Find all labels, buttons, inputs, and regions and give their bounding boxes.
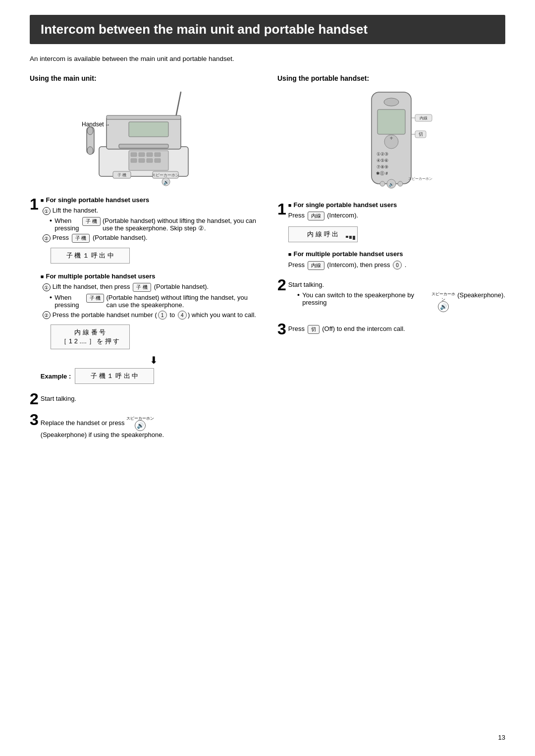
speakerphone-text: (Speakerphone). — [457, 291, 505, 299]
subsection1-list2: ② Press 子 機 (Portable handset). — [41, 234, 258, 243]
left-step1: 1 For single portable handset users ① Li… — [30, 196, 258, 384]
intercom-text-1: (Intercom). — [327, 212, 358, 219]
example-line: Example : 子 機 １ 呼 出 中 — [41, 368, 258, 384]
right-column: Using the portable handset: + ①②③ ④⑤⑥ — [277, 74, 505, 342]
right-section-title: Using the portable handset: — [277, 74, 505, 82]
display-box-naisen: 内 線 番 号 ［ 1 2 .... ］ を 押 す — [51, 324, 130, 349]
svg-rect-12 — [155, 153, 160, 157]
switch-text: You can switch to the speakerphone by pr… — [302, 291, 429, 306]
right-step2-bullet: You can switch to the speakerphone by pr… — [297, 291, 505, 312]
bullet-item-1: When pressing 子 機 (Portable handset) wit… — [50, 217, 258, 232]
right-step3-text2: (Off) to end the intercom call. — [322, 325, 405, 332]
naisen-key-2: 内線 — [308, 261, 324, 270]
item-text-2: Press 子 機 (Portable handset). — [53, 234, 148, 243]
right-step3: 3 Press 切 (Off) to end the intercom call… — [277, 321, 505, 337]
step1-content: For single portable handset users ① Lift… — [41, 196, 258, 384]
svg-rect-9 — [131, 153, 137, 157]
svg-text:スピーカーホン: スピーカーホン — [408, 177, 432, 180]
fax-machine-illustration: 子 機 スピーカーホン 🔊 Handset → — [79, 87, 208, 191]
handset-arrow-icon: → — [105, 122, 110, 127]
display-line1: 内 線 番 号 — [58, 328, 122, 337]
svg-text:④⑤⑥: ④⑤⑥ — [376, 158, 388, 163]
right-step2-number: 2 — [277, 277, 286, 293]
svg-point-43 — [398, 181, 403, 186]
svg-text:+: + — [389, 135, 393, 142]
period-text: . — [405, 261, 407, 269]
example-label: Example : — [41, 373, 71, 380]
svg-rect-16 — [155, 159, 160, 162]
svg-rect-11 — [147, 153, 153, 157]
svg-text:子 機: 子 機 — [117, 173, 126, 177]
svg-rect-14 — [139, 159, 145, 162]
right-step1-number: 1 — [277, 201, 286, 217]
svg-text:切: 切 — [419, 132, 423, 137]
kogata-key-2: 子 機 — [72, 234, 90, 243]
kogata-key-3: 子 機 — [133, 283, 151, 292]
svg-rect-13 — [131, 159, 137, 162]
step3-text: Replace the handset or press — [41, 419, 125, 427]
kogata-key-badge: 子 機 — [82, 217, 101, 226]
signal-indicator — [346, 236, 355, 240]
speakerphone-icon-right: 🔊 — [438, 301, 449, 312]
right-step3-number: 3 — [277, 321, 286, 337]
page-number: 13 — [498, 734, 505, 741]
left-step3: 3 Replace the handset or press スピーカーホン 🔊… — [30, 412, 258, 438]
item-text-4: Press the portable handset number (1 to … — [53, 311, 256, 320]
svg-text:✱⓪＃: ✱⓪＃ — [376, 171, 389, 176]
svg-rect-15 — [147, 159, 153, 162]
step3-text2: (Speakerphone) if using the speakerphone… — [41, 431, 164, 438]
list-item: ① Lift the handset. — [43, 207, 258, 215]
right-step1-content: For single portable handset users Press … — [288, 201, 505, 270]
right-step1: 1 For single portable handset users Pres… — [277, 201, 505, 270]
intercom-text-2: (Intercom), then press — [327, 261, 390, 269]
step3-number: 3 — [30, 412, 39, 428]
handset-label: Handset → — [82, 121, 110, 128]
svg-text:🔊: 🔊 — [163, 179, 169, 185]
right-step3-text: Press — [288, 325, 305, 332]
right-sub2-text: Press 内線 (Intercom), then press 0 . — [288, 261, 505, 270]
naisen-key-1: 内線 — [308, 212, 324, 220]
kiri-key: 切 — [308, 325, 320, 334]
svg-text:内線: 内線 — [420, 116, 428, 120]
svg-text:⑦⑧⑨: ⑦⑧⑨ — [376, 164, 388, 169]
left-section-title: Using the main unit: — [30, 74, 258, 82]
naisen-display-text: 内 線 呼 出 — [307, 230, 338, 238]
item-text: Lift the handset. — [53, 207, 99, 214]
svg-rect-3 — [129, 122, 168, 137]
right-step3-content: Press 切 (Off) to end the intercom call. — [288, 321, 405, 334]
svg-point-26 — [384, 98, 399, 106]
left-column: Using the main unit: — [30, 74, 258, 443]
press-text-2: Press — [288, 261, 305, 269]
step2-text: Start talking. — [41, 391, 76, 402]
step2-number: 2 — [30, 391, 39, 407]
left-subsection2-title: For multiple portable handset users — [41, 272, 258, 280]
spk-wrapper-right: スピーカーホン 🔊 — [430, 291, 456, 312]
bar-3 — [353, 236, 355, 240]
display-box-naisen-right: 内 線 呼 出 — [288, 226, 358, 242]
display-line2: ［ 1 2 .... ］ を 押 す — [58, 337, 122, 346]
right-step2-text: Start talking. — [288, 281, 505, 288]
kogata-key-4: 子 機 — [86, 294, 105, 303]
subsection1-list: ① Lift the handset. — [41, 207, 258, 215]
svg-point-6 — [87, 127, 93, 135]
svg-rect-17 — [107, 115, 181, 119]
handset-text: Handset — [82, 121, 104, 128]
right-subsection1-title: For single portable handset users — [288, 201, 505, 209]
circle-2: ② — [43, 234, 51, 242]
svg-rect-2 — [119, 144, 168, 148]
arrow-down-icon: ⬇ — [51, 354, 258, 366]
bar-2 — [349, 236, 352, 239]
example-display: 子 機 １ 呼 出 中 — [75, 368, 154, 384]
display-box-kogata: 子 機 １ 呼 出 中 — [51, 248, 130, 264]
list-item-2: ② Press 子 機 (Portable handset). — [43, 234, 258, 243]
list-item-4: ② Press the portable handset number (1 t… — [43, 311, 258, 320]
svg-point-7 — [87, 147, 93, 155]
num-4-circle: 4 — [178, 311, 187, 320]
circle-4: ② — [43, 311, 51, 319]
right-subsection2-title: For multiple portable handset users — [288, 250, 505, 258]
portable-phone-illustration: + ①②③ ④⑤⑥ ⑦⑧⑨ ✱⓪＃ 内線 切 スピーカーホン — [347, 87, 436, 196]
subsection2-list2: ② Press the portable handset number (1 t… — [41, 311, 258, 320]
left-subsection1-title: For single portable handset users — [41, 196, 258, 204]
intro-text: An intercom is available between the mai… — [30, 55, 505, 62]
zero-key: 0 — [393, 261, 402, 270]
